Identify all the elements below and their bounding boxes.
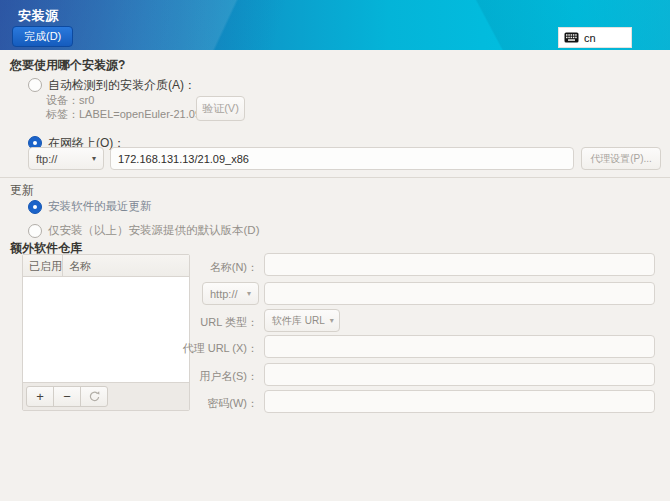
header-banner: 安装源 完成(D) cn	[0, 0, 670, 50]
chevron-down-icon: ▾	[92, 155, 96, 163]
device-row: 设备：sr0	[46, 93, 94, 108]
done-button[interactable]: 完成(D)	[12, 26, 73, 47]
radio-auto-detected-media[interactable]	[28, 78, 42, 92]
device-label: 设备：	[46, 94, 79, 106]
proxy-url-input[interactable]	[264, 335, 655, 358]
repo-url-input[interactable]	[264, 282, 655, 305]
device-value: sr0	[79, 94, 94, 106]
password-input[interactable]	[264, 390, 655, 413]
radio-default-versions[interactable]	[28, 224, 42, 238]
keyboard-layout-code: cn	[584, 32, 596, 44]
protocol-dropdown-value: ftp://	[36, 153, 57, 165]
radio-auto-detected-media-label[interactable]: 自动检测到的安装介质(A)：	[48, 77, 196, 94]
media-label: 标签：	[46, 108, 79, 120]
updates-section-title: 更新	[10, 182, 34, 199]
chevron-down-icon: ▾	[247, 290, 251, 298]
page-title: 安装源	[18, 7, 59, 25]
protocol-dropdown[interactable]: ftp:// ▾	[28, 147, 104, 170]
repo-table-panel: 已启用 名称 + −	[22, 254, 190, 411]
refresh-icon	[88, 390, 101, 403]
proxy-url-label: 代理 URL (X)：	[130, 341, 258, 356]
username-label: 用户名(S)：	[130, 369, 258, 384]
chevron-down-icon: ▾	[330, 317, 334, 325]
url-type-dropdown[interactable]: 软件库 URL ▾	[264, 309, 340, 332]
remove-repo-button[interactable]: −	[53, 386, 81, 407]
add-repo-button[interactable]: +	[26, 386, 54, 407]
source-question-heading: 您要使用哪个安装源?	[10, 57, 125, 74]
verify-button[interactable]: 验证(V)	[196, 96, 245, 121]
password-label: 密码(W)：	[130, 396, 258, 411]
radio-latest-updates[interactable]	[28, 200, 42, 214]
radio-latest-updates-label[interactable]: 安装软件的最近更新	[48, 199, 152, 214]
url-type-value: 软件库 URL	[272, 314, 325, 328]
section-divider	[0, 177, 670, 178]
keyboard-icon	[564, 32, 579, 43]
repo-col-enabled: 已启用	[23, 255, 63, 276]
keyboard-layout-indicator[interactable]: cn	[558, 27, 632, 48]
refresh-repo-button[interactable]	[80, 386, 108, 407]
network-url-input[interactable]	[110, 147, 574, 170]
installation-source-screen: 安装源 完成(D) cn 您要	[0, 0, 670, 501]
repo-protocol-dropdown[interactable]: http:// ▾	[202, 282, 259, 305]
username-input[interactable]	[264, 363, 655, 386]
repo-name-input[interactable]	[264, 253, 655, 276]
url-type-label: URL 类型：	[130, 315, 258, 330]
repo-name-label: 名称(N)：	[130, 260, 258, 275]
radio-default-versions-label[interactable]: 仅安装（以上）安装源提供的默认版本(D)	[48, 223, 259, 238]
proxy-settings-button[interactable]: 代理设置(P)...	[581, 147, 661, 170]
repo-protocol-value: http://	[210, 288, 238, 300]
